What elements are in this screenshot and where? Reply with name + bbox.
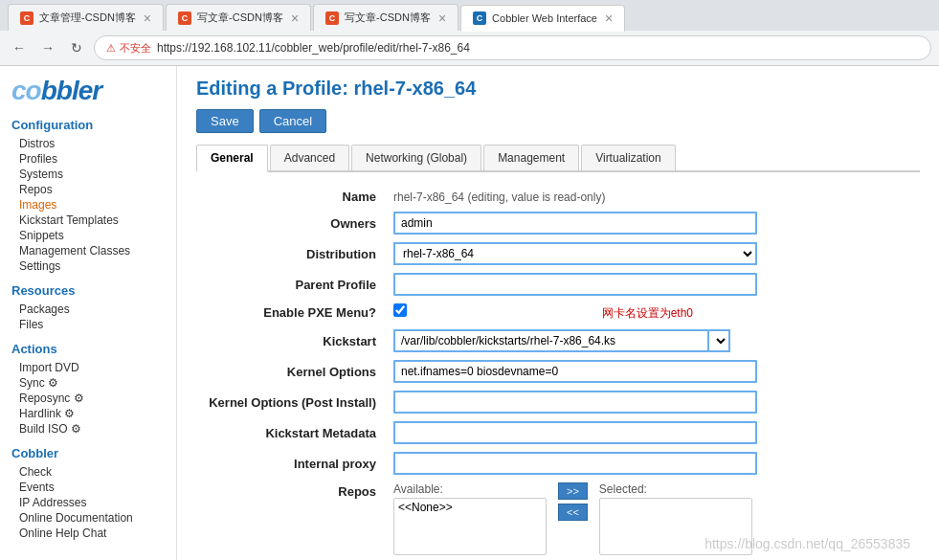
repos-available-list[interactable]: <<None>> [393,498,547,555]
kernel-options-input[interactable] [393,360,757,383]
tab-close-2[interactable]: × [291,11,299,26]
tab-networking-global[interactable]: Networking (Global) [351,145,481,170]
field-kickstart-metadata: Kickstart Metadata [196,417,920,448]
tab-label-1: 文章管理-CSDN博客 [39,11,136,25]
address-bar: ← → ↻ ⚠ 不安全 https://192.168.102.11/cobbl… [0,31,939,65]
sidebar-item-ip-addresses[interactable]: IP Addresses [11,495,165,510]
sidebar-item-online-documentation[interactable]: Online Documentation [11,510,165,526]
page-wrapper: cobbler Configuration Distros Profiles S… [0,66,939,560]
sidebar-item-packages[interactable]: Packages [11,302,165,317]
forward-button[interactable]: → [36,36,59,59]
sidebar-item-build-iso[interactable]: Build ISO ⚙ [11,421,165,437]
lock-icon: ⚠ [106,42,116,55]
repos-add-button[interactable]: >> [558,482,588,500]
sidebar-item-events[interactable]: Events [11,480,165,495]
repos-none-option[interactable]: <<None>> [394,499,546,516]
field-kickstart: Kickstart [196,325,920,356]
browser-chrome: C 文章管理-CSDN博客 × C 写文章-CSDN博客 × C 写文章-CSD… [0,0,939,66]
repos-available-label: Available: [393,482,547,496]
cobbler-logo-text: cobbler [11,76,165,106]
refresh-button[interactable]: ↻ [65,36,88,59]
tab-icon-1: C [20,11,34,25]
sidebar-item-distros[interactable]: Distros [11,136,165,151]
profile-form: Name rhel-7-x86_64 (editing, value is re… [196,186,920,559]
enable-pxe-checkbox[interactable] [393,303,407,317]
kickstart-metadata-input[interactable] [393,421,757,444]
kickstart-select[interactable] [709,329,730,352]
field-kernel-options: Kernel Options [196,356,920,387]
section-title-actions: Actions [11,342,165,356]
sidebar-item-check[interactable]: Check [11,464,165,480]
owners-input[interactable] [393,212,757,235]
sidebar-item-management-classes[interactable]: Management Classes [11,243,165,258]
sidebar-item-systems[interactable]: Systems [11,167,165,182]
sidebar-item-images[interactable]: Images [11,197,165,213]
sidebar-item-import-dvd[interactable]: Import DVD [11,360,165,375]
tab-close-1[interactable]: × [144,11,151,26]
kernel-options-post-input[interactable] [393,391,757,414]
tab-virtualization[interactable]: Virtualization [581,145,675,170]
tab-close-3[interactable]: × [438,11,446,26]
internal-proxy-input[interactable] [393,452,757,475]
name-value: rhel-7-x86_64 (editing, value is read-on… [393,190,605,204]
kernel-options-post-label: Kernel Options (Post Install) [196,387,388,417]
back-button[interactable]: ← [8,36,31,59]
cancel-button[interactable]: Cancel [259,109,326,133]
repos-selected-list[interactable] [599,498,752,555]
sidebar-item-files[interactable]: Files [11,317,165,332]
name-label: Name [196,186,388,208]
enable-pxe-label: Enable PXE Menu? [196,300,388,325]
kickstart-metadata-label: Kickstart Metadata [196,417,388,448]
browser-tab-2[interactable]: C 写文章-CSDN博客 × [166,4,311,31]
repos-selected-label: Selected: [599,482,752,496]
field-parent-profile: Parent Profile [196,269,920,300]
sidebar: cobbler Configuration Distros Profiles S… [0,66,177,560]
field-owners: Owners [196,208,920,238]
tab-bar: C 文章管理-CSDN博客 × C 写文章-CSDN博客 × C 写文章-CSD… [0,0,939,31]
tab-label-2: 写文章-CSDN博客 [197,11,283,25]
tab-management[interactable]: Management [483,145,579,170]
browser-tab-1[interactable]: C 文章管理-CSDN博客 × [8,4,164,31]
parent-profile-label: Parent Profile [196,269,388,300]
url-bar[interactable]: ⚠ 不安全 https://192.168.102.11/cobbler_web… [94,35,931,60]
tab-close-4[interactable]: × [605,11,613,26]
section-title-resources: Resources [11,283,165,298]
save-button[interactable]: Save [196,109,254,133]
sidebar-item-reposync[interactable]: Reposync ⚙ [11,391,165,406]
sidebar-item-snippets[interactable]: Snippets [11,228,165,243]
warning-text: 不安全 [120,41,151,56]
page-title: Editing a Profile: rhel-7-x86_64 [196,78,920,100]
repos-container: Available: <<None>> >> << Selected: [393,482,914,555]
action-buttons: Save Cancel [196,109,920,133]
tab-icon-4: C [473,11,486,25]
annotation-text: 网卡名设置为eth0 [602,306,693,320]
tab-advanced[interactable]: Advanced [270,145,349,170]
kickstart-input[interactable] [393,329,709,352]
browser-tab-3[interactable]: C 写文章-CSDN博客 × [313,4,458,31]
sidebar-item-kickstart-templates[interactable]: Kickstart Templates [11,213,165,228]
repos-remove-button[interactable]: << [558,504,588,521]
field-kernel-options-post: Kernel Options (Post Install) [196,387,920,417]
distribution-label: Distribution [196,238,388,269]
tab-general[interactable]: General [196,145,268,172]
sidebar-item-settings[interactable]: Settings [11,258,165,274]
browser-tab-4[interactable]: C Cobbler Web Interface × [460,5,625,32]
sidebar-logo: cobbler [11,76,165,106]
sidebar-item-repos[interactable]: Repos [11,182,165,197]
repos-available-section: Available: <<None>> [393,482,547,555]
tab-label-3: 写文章-CSDN博客 [345,11,431,25]
tab-icon-2: C [178,11,191,25]
kickstart-label: Kickstart [196,325,388,356]
repos-label: Repos [196,479,388,559]
owners-label: Owners [196,208,388,238]
parent-profile-input[interactable] [393,273,757,296]
sidebar-item-hardlink[interactable]: Hardlink ⚙ [11,406,165,421]
field-distribution: Distribution rhel-7-x86_64 [196,238,920,269]
section-title-configuration: Configuration [11,118,165,132]
repos-arrow-buttons: >> << [558,482,588,521]
sidebar-item-profiles[interactable]: Profiles [11,151,165,167]
tab-navigation: General Advanced Networking (Global) Man… [196,145,920,172]
distribution-select[interactable]: rhel-7-x86_64 [393,242,757,265]
sidebar-item-online-help-chat[interactable]: Online Help Chat [11,526,165,541]
sidebar-item-sync[interactable]: Sync ⚙ [11,375,165,391]
